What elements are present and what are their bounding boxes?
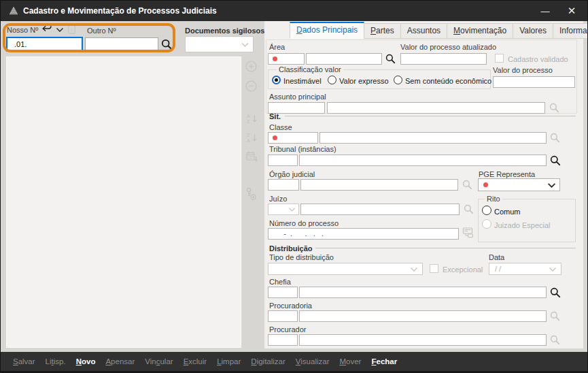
minimize-icon: — (541, 6, 550, 16)
orgao-judicial-label: Órgão judicial (269, 170, 315, 178)
cadastro-validado-checkbox[interactable] (495, 54, 504, 63)
assunto-name-field[interactable] (327, 102, 545, 114)
required-dot (273, 135, 277, 140)
sit-group-line (285, 116, 576, 116)
orgao-name-field[interactable] (300, 179, 458, 191)
tab-partes[interactable]: Partes (364, 23, 401, 39)
radio-sem-conteudo-label: Sem conteúdo econômico (405, 77, 491, 85)
chevron-down-icon (288, 207, 296, 212)
procurador-name-field[interactable] (299, 334, 547, 346)
fechar-button[interactable]: Fechar (371, 357, 397, 366)
info-icon: i (68, 25, 75, 34)
procurador-code-field[interactable] (268, 334, 298, 346)
radio-sem-conteudo[interactable] (394, 76, 402, 84)
area-code-field[interactable] (268, 53, 305, 65)
classe-label: Classe (269, 123, 292, 131)
minimize-button[interactable]: — (533, 1, 557, 21)
sort-az-icon[interactable]: A Z (246, 113, 258, 124)
key-plus-icon[interactable] (245, 187, 257, 201)
numero-processo-label: Número do processo (269, 219, 339, 227)
excepcional-checkbox[interactable] (430, 264, 438, 273)
litisp-button[interactable]: Litisp. (46, 357, 66, 366)
juizo-name-field[interactable] (300, 204, 460, 215)
radio-valor-expresso-label: Valor expresso (339, 77, 389, 85)
history-chevron-down-icon[interactable] (56, 27, 64, 33)
classe-search-icon[interactable] (550, 133, 560, 143)
tab-assuntos[interactable]: Assuntos (401, 23, 447, 39)
add-icon[interactable] (245, 61, 257, 72)
valor-atualizado-field[interactable] (400, 53, 487, 65)
process-list-panel[interactable] (6, 56, 241, 348)
vincular-button[interactable]: Vincular (145, 357, 173, 366)
tab-movimentacao[interactable]: Movimentação (447, 23, 513, 39)
close-button[interactable]: ✕ (559, 1, 584, 21)
process-number-reader-icon[interactable] (462, 227, 474, 239)
undo-icon[interactable] (41, 25, 52, 33)
area-name-field[interactable] (306, 53, 382, 65)
radio-comum[interactable] (482, 206, 491, 215)
chefia-name-field[interactable] (299, 287, 547, 298)
pge-representa-dropdown[interactable] (478, 178, 560, 191)
radio-inestimavel[interactable] (272, 76, 281, 84)
classe-code-field[interactable] (268, 132, 318, 144)
data-dropdown[interactable]: / / (489, 263, 561, 275)
orgao-search-icon[interactable] (462, 180, 472, 190)
limpar-button[interactable]: Limpar (217, 357, 241, 366)
radio-juizado-especial[interactable] (482, 219, 491, 229)
chefia-code-field[interactable] (268, 287, 298, 298)
digitalizar-button[interactable]: Digitalizar (251, 357, 286, 366)
tab-bar: Dados Principais Partes Assuntos Movimen… (290, 22, 588, 39)
radio-juizado-especial-label: Juizado Especial (494, 221, 551, 229)
excluir-button[interactable]: Excluir (184, 357, 207, 366)
tab-informacoes[interactable]: Informações (553, 23, 588, 39)
svg-text:Z: Z (247, 119, 250, 124)
juizo-dropdown[interactable] (268, 204, 299, 215)
juizo-search-icon[interactable] (464, 204, 474, 214)
procuradoria-name-field[interactable] (299, 310, 547, 322)
documentos-sigilosos-dropdown[interactable] (185, 36, 254, 52)
chefia-search-icon[interactable] (550, 287, 561, 298)
classe-name-field[interactable] (319, 132, 547, 144)
required-dot (273, 56, 277, 61)
tribunal-search-icon[interactable] (550, 155, 561, 166)
juizo-label: Juízo (269, 195, 287, 203)
outro-numero-input[interactable] (85, 37, 158, 52)
novo-button[interactable]: Novo (76, 357, 96, 366)
tribunal-code-field[interactable] (268, 155, 298, 166)
close-icon: ✕ (568, 5, 576, 17)
sort-za-icon[interactable]: Z A (246, 132, 258, 143)
numero-processo-field[interactable]: - . . . . (268, 228, 459, 240)
action-bar: Salvar Litisp. Novo Apensar Vincular Exc… (1, 352, 587, 371)
sort-date-icon[interactable] (246, 151, 258, 162)
orgao-code-field[interactable] (268, 179, 299, 191)
procurador-search-icon[interactable] (550, 335, 560, 345)
distribuicao-group-label: Distribuição (269, 244, 313, 253)
search-icon[interactable] (161, 39, 173, 50)
apensar-button[interactable]: Apensar (105, 357, 135, 366)
rito-label: Rito (485, 195, 502, 203)
chefia-label: Chefia (269, 278, 291, 286)
valor-processo-field[interactable] (493, 76, 575, 88)
svg-text:i: i (71, 27, 73, 33)
area-search-icon[interactable] (385, 54, 396, 64)
tab-valores[interactable]: Valores (513, 23, 553, 39)
chevron-down-icon (241, 42, 249, 48)
procuradoria-search-icon[interactable] (550, 311, 560, 321)
tribunal-name-field[interactable] (299, 155, 547, 166)
tipo-distribuicao-dropdown[interactable] (268, 263, 423, 275)
radio-valor-expresso[interactable] (328, 76, 336, 84)
svg-text:A: A (247, 138, 250, 143)
tribunal-label: Tribunal (instâncias) (269, 145, 336, 153)
cadastro-validado-label: Cadastro validado (508, 55, 568, 63)
procuradoria-code-field[interactable] (268, 310, 298, 322)
assunto-search-icon[interactable] (549, 103, 559, 113)
visualizar-button[interactable]: Visualizar (296, 357, 330, 366)
tipo-distribuicao-label: Tipo de distribuição (269, 253, 334, 261)
data-label: Data (489, 253, 504, 261)
remove-icon[interactable] (245, 80, 257, 92)
mover-button[interactable]: Mover (339, 357, 361, 366)
salvar-button[interactable]: Salvar (13, 357, 35, 366)
tab-dados-principais[interactable]: Dados Principais (290, 22, 364, 39)
nosso-numero-input[interactable] (6, 37, 83, 52)
chevron-down-icon (410, 267, 418, 272)
